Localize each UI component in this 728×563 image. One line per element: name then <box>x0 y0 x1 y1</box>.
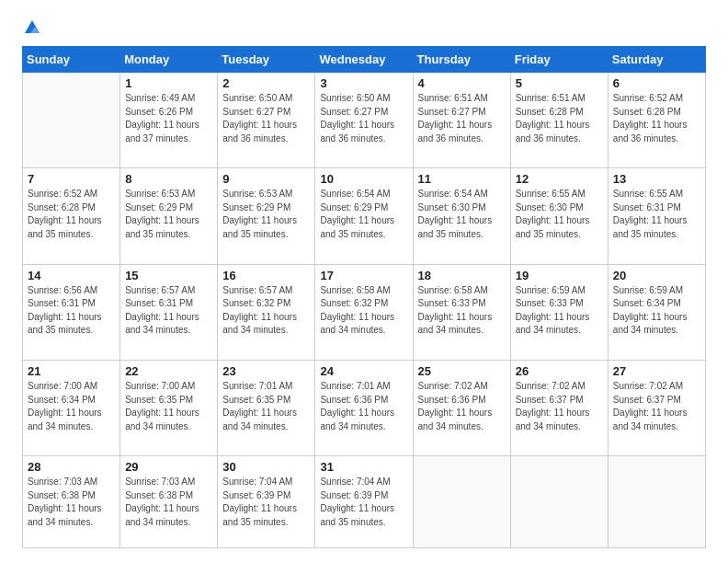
day-number: 4 <box>418 76 506 90</box>
page: SundayMondayTuesdayWednesdayThursdayFrid… <box>0 0 728 563</box>
header <box>22 18 706 37</box>
daylight-label: Daylight: 11 hours and 35 minutes. <box>222 503 297 527</box>
sunrise-label: Sunrise: 6:57 AM <box>222 285 292 295</box>
day-number: 11 <box>418 172 506 186</box>
sunset-label: Sunset: 6:30 PM <box>516 202 584 213</box>
sunrise-label: Sunrise: 6:59 AM <box>613 285 683 295</box>
daylight-label: Daylight: 11 hours and 34 minutes. <box>613 312 688 336</box>
calendar-cell: 24Sunrise: 7:01 AMSunset: 6:36 PMDayligh… <box>315 361 413 456</box>
sunset-label: Sunset: 6:31 PM <box>125 298 193 308</box>
calendar-cell: 15Sunrise: 6:57 AMSunset: 6:31 PMDayligh… <box>120 264 218 360</box>
day-info: Sunrise: 6:51 AMSunset: 6:27 PMDaylight:… <box>418 92 506 145</box>
day-number: 14 <box>28 269 115 282</box>
day-number: 16 <box>222 269 310 282</box>
calendar-cell <box>413 456 510 548</box>
day-info: Sunrise: 7:00 AMSunset: 6:35 PMDaylight:… <box>125 380 212 433</box>
day-info: Sunrise: 6:56 AMSunset: 6:31 PMDaylight:… <box>28 284 115 338</box>
day-number: 21 <box>28 364 115 378</box>
calendar-table: SundayMondayTuesdayWednesdayThursdayFrid… <box>22 46 706 548</box>
calendar-cell <box>23 73 120 168</box>
calendar-cell: 27Sunrise: 7:02 AMSunset: 6:37 PMDayligh… <box>608 361 705 456</box>
daylight-label: Daylight: 11 hours and 37 minutes. <box>125 120 199 144</box>
sunset-label: Sunset: 6:36 PM <box>418 395 486 405</box>
day-number: 3 <box>320 76 407 90</box>
sunset-label: Sunset: 6:34 PM <box>28 395 96 405</box>
week-row-5: 28Sunrise: 7:03 AMSunset: 6:38 PMDayligh… <box>23 456 706 548</box>
sunrise-label: Sunrise: 6:49 AM <box>125 93 195 103</box>
sunrise-label: Sunrise: 7:01 AM <box>222 381 292 391</box>
calendar-cell: 4Sunrise: 6:51 AMSunset: 6:27 PMDaylight… <box>413 73 510 168</box>
day-info: Sunrise: 6:52 AMSunset: 6:28 PMDaylight:… <box>613 92 700 145</box>
sunrise-label: Sunrise: 6:52 AM <box>28 189 97 199</box>
daylight-label: Daylight: 11 hours and 34 minutes. <box>28 503 102 527</box>
daylight-label: Daylight: 11 hours and 34 minutes. <box>418 408 493 431</box>
calendar-cell: 1Sunrise: 6:49 AMSunset: 6:26 PMDaylight… <box>120 73 218 168</box>
daylight-label: Daylight: 11 hours and 36 minutes. <box>320 120 394 144</box>
daylight-label: Daylight: 11 hours and 35 minutes. <box>320 215 394 239</box>
sunrise-label: Sunrise: 7:04 AM <box>222 477 292 487</box>
sunrise-label: Sunrise: 7:01 AM <box>320 381 390 391</box>
day-number: 26 <box>516 364 603 378</box>
calendar-cell: 28Sunrise: 7:03 AMSunset: 6:38 PMDayligh… <box>23 456 120 548</box>
calendar-cell: 16Sunrise: 6:57 AMSunset: 6:32 PMDayligh… <box>218 264 315 360</box>
calendar-cell: 12Sunrise: 6:55 AMSunset: 6:30 PMDayligh… <box>510 168 608 264</box>
calendar-cell: 25Sunrise: 7:02 AMSunset: 6:36 PMDayligh… <box>413 361 510 456</box>
day-info: Sunrise: 6:49 AMSunset: 6:26 PMDaylight:… <box>125 92 212 145</box>
sunset-label: Sunset: 6:27 PM <box>418 107 486 117</box>
day-number: 10 <box>320 172 407 186</box>
day-number: 20 <box>613 269 700 282</box>
week-row-2: 7Sunrise: 6:52 AMSunset: 6:28 PMDaylight… <box>23 168 706 264</box>
sunrise-label: Sunrise: 6:51 AM <box>516 93 586 103</box>
logo <box>22 18 42 37</box>
calendar-cell <box>608 456 705 548</box>
day-number: 6 <box>613 76 700 90</box>
sunset-label: Sunset: 6:30 PM <box>418 202 486 213</box>
weekday-header-row: SundayMondayTuesdayWednesdayThursdayFrid… <box>23 47 706 73</box>
daylight-label: Daylight: 11 hours and 35 minutes. <box>613 215 688 239</box>
day-info: Sunrise: 6:50 AMSunset: 6:27 PMDaylight:… <box>320 92 407 145</box>
weekday-friday: Friday <box>510 47 608 73</box>
sunrise-label: Sunrise: 6:56 AM <box>28 285 97 295</box>
calendar-cell: 29Sunrise: 7:03 AMSunset: 6:38 PMDayligh… <box>120 456 218 548</box>
day-info: Sunrise: 6:57 AMSunset: 6:32 PMDaylight:… <box>222 284 310 338</box>
day-number: 30 <box>222 460 310 474</box>
daylight-label: Daylight: 11 hours and 34 minutes. <box>28 408 102 431</box>
weekday-sunday: Sunday <box>23 47 120 73</box>
day-number: 8 <box>125 172 212 186</box>
sunset-label: Sunset: 6:27 PM <box>320 107 388 117</box>
sunrise-label: Sunrise: 7:00 AM <box>28 381 97 391</box>
daylight-label: Daylight: 11 hours and 34 minutes. <box>320 408 394 431</box>
day-number: 12 <box>516 172 603 186</box>
sunset-label: Sunset: 6:34 PM <box>613 298 681 308</box>
sunset-label: Sunset: 6:38 PM <box>125 490 193 500</box>
calendar-cell: 10Sunrise: 6:54 AMSunset: 6:29 PMDayligh… <box>315 168 413 264</box>
sunrise-label: Sunrise: 7:03 AM <box>28 477 97 487</box>
daylight-label: Daylight: 11 hours and 34 minutes. <box>516 408 590 431</box>
sunrise-label: Sunrise: 7:00 AM <box>125 381 195 391</box>
sunset-label: Sunset: 6:28 PM <box>516 107 584 117</box>
day-info: Sunrise: 7:01 AMSunset: 6:35 PMDaylight:… <box>222 380 310 433</box>
calendar-cell: 2Sunrise: 6:50 AMSunset: 6:27 PMDaylight… <box>218 73 315 168</box>
sunrise-label: Sunrise: 6:55 AM <box>516 189 586 199</box>
day-number: 15 <box>125 269 212 282</box>
logo-text <box>22 18 42 37</box>
day-info: Sunrise: 7:00 AMSunset: 6:34 PMDaylight:… <box>28 380 115 433</box>
calendar-cell: 7Sunrise: 6:52 AMSunset: 6:28 PMDaylight… <box>23 168 120 264</box>
daylight-label: Daylight: 11 hours and 34 minutes. <box>418 312 493 336</box>
day-number: 13 <box>613 172 700 186</box>
daylight-label: Daylight: 11 hours and 34 minutes. <box>613 408 688 431</box>
daylight-label: Daylight: 11 hours and 35 minutes. <box>125 215 199 239</box>
day-info: Sunrise: 7:03 AMSunset: 6:38 PMDaylight:… <box>125 476 212 529</box>
sunrise-label: Sunrise: 6:54 AM <box>418 189 488 199</box>
daylight-label: Daylight: 11 hours and 34 minutes. <box>125 503 199 527</box>
sunrise-label: Sunrise: 6:58 AM <box>320 285 390 295</box>
sunset-label: Sunset: 6:29 PM <box>222 202 290 213</box>
day-info: Sunrise: 6:55 AMSunset: 6:31 PMDaylight:… <box>613 188 700 241</box>
day-number: 5 <box>516 76 603 90</box>
sunset-label: Sunset: 6:37 PM <box>516 395 584 405</box>
weekday-monday: Monday <box>120 47 218 73</box>
day-info: Sunrise: 6:57 AMSunset: 6:31 PMDaylight:… <box>125 284 212 338</box>
weekday-wednesday: Wednesday <box>315 47 413 73</box>
sunrise-label: Sunrise: 6:50 AM <box>320 93 390 103</box>
day-number: 25 <box>418 364 506 378</box>
